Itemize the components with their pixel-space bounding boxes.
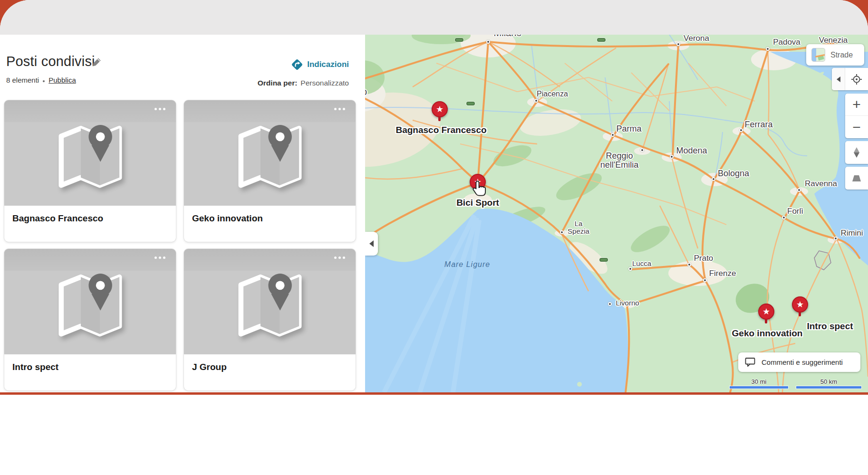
- meta-separator-dot: [43, 80, 45, 82]
- city-dot: [687, 263, 691, 266]
- place-card-title: J Group: [192, 362, 227, 372]
- map-icon: [52, 267, 128, 343]
- city-dot: [766, 47, 770, 51]
- sort-by-value[interactable]: Personalizzato: [300, 79, 349, 87]
- feedback-button[interactable]: Commenti e suggerimenti: [738, 352, 860, 372]
- sea-label: Mare Ligure: [444, 260, 490, 269]
- city-dot: [834, 237, 838, 240]
- marker-pin-icon[interactable]: ★: [792, 296, 808, 313]
- place-card-title: Bagnasco Francesco: [12, 213, 103, 224]
- city-name: Verona: [684, 35, 709, 43]
- star-icon: ★: [436, 105, 444, 114]
- controls-collapse-button[interactable]: [832, 68, 845, 90]
- road-badge: [599, 258, 608, 262]
- card-menu-button[interactable]: [334, 256, 345, 259]
- map-icon: [52, 118, 128, 194]
- place-card[interactable]: Intro spect: [4, 249, 176, 390]
- scale-km: 50 km: [796, 373, 861, 389]
- marker-pin-icon[interactable]: ★: [432, 101, 448, 117]
- city-dot: [712, 177, 715, 181]
- city-name: Torino: [365, 87, 367, 97]
- city-dot: [676, 42, 680, 46]
- city-name: Piacenza: [537, 90, 568, 98]
- directions-label: Indicazioni: [307, 60, 349, 69]
- card-menu-button[interactable]: [154, 108, 165, 110]
- compass-diamond-icon: [851, 146, 862, 159]
- marker-label: Bici Sport: [456, 198, 499, 208]
- scale-miles-bar: [730, 386, 788, 389]
- sort-by-label: Ordina per:: [258, 79, 298, 87]
- road-badge: [466, 102, 475, 105]
- place-card-thumbnail: [184, 249, 356, 354]
- collection-meta: 8 elementi Pubblica: [6, 76, 76, 84]
- city-dot: [739, 128, 743, 132]
- city-name: Livorno: [616, 299, 639, 307]
- card-menu-button[interactable]: [334, 108, 345, 110]
- road-badge: [597, 38, 606, 42]
- chevron-left-icon: [837, 76, 840, 82]
- place-card-thumbnail: [184, 100, 356, 206]
- city-name: Reggio nell'Emilia: [600, 152, 638, 170]
- my-location-button[interactable]: [845, 68, 868, 90]
- city-name: Lucca: [632, 260, 651, 267]
- city-name: Rimini: [840, 229, 863, 238]
- zoom-in-button[interactable]: +: [845, 94, 868, 116]
- directions-button[interactable]: Indicazioni: [291, 59, 349, 70]
- map-style-label: Strade: [830, 51, 853, 59]
- city-name: Firenze: [709, 269, 736, 278]
- publish-link[interactable]: Pubblica: [48, 76, 76, 84]
- crosshair-icon: [850, 73, 863, 86]
- page: Posti condivisi 8 elementi Pubblica: [0, 0, 868, 475]
- city-dot: [703, 278, 707, 282]
- city-name: La Spezia: [568, 220, 589, 235]
- scale-miles-label: 30 mi: [730, 378, 788, 385]
- feedback-label: Commenti e suggerimenti: [762, 358, 843, 366]
- place-card-title: Geko innovation: [192, 213, 263, 224]
- card-menu-button[interactable]: [154, 256, 165, 259]
- city-name: Ravenna: [805, 180, 837, 188]
- city-name: Milano: [494, 35, 522, 38]
- marker-pin-icon[interactable]: ★: [758, 304, 774, 320]
- city-dot: [534, 99, 538, 103]
- places-panel: Posti condivisi 8 elementi Pubblica: [0, 35, 365, 392]
- place-card-thumbnail: [4, 249, 176, 354]
- marker-label: Bagnasco Francesco: [395, 125, 486, 135]
- edit-title-icon[interactable]: [91, 57, 102, 67]
- map-icon: [232, 267, 308, 343]
- city-name: Forlì: [787, 207, 803, 216]
- scale-km-bar: [796, 386, 861, 389]
- place-card[interactable]: Bagnasco Francesco: [4, 100, 176, 242]
- zoom-out-button[interactable]: −: [845, 116, 868, 138]
- city-dot: [640, 148, 644, 152]
- city-dot: [782, 216, 786, 219]
- panel-collapse-button[interactable]: [365, 232, 378, 256]
- tilt-trapezoid-icon: [851, 173, 862, 183]
- star-icon: ★: [796, 300, 804, 309]
- place-card[interactable]: Geko innovation: [184, 100, 356, 242]
- map-style-button[interactable]: Strade: [806, 44, 864, 66]
- chevron-left-icon: [369, 240, 374, 247]
- directions-icon: [291, 59, 303, 70]
- zoom-control: + −: [845, 94, 868, 138]
- place-card-thumbnail: [4, 100, 176, 206]
- city-dot: [628, 267, 632, 271]
- map-style-thumbnail-icon: [812, 48, 825, 61]
- city-name: Bologna: [718, 169, 749, 178]
- place-card[interactable]: J Group: [184, 249, 356, 390]
- window-top-bar: [0, 0, 868, 35]
- star-icon: ★: [762, 307, 770, 316]
- city-dot: [797, 188, 801, 192]
- rotate-map-button[interactable]: [845, 141, 868, 164]
- place-cards-grid: Bagnasco Francesco: [4, 100, 356, 390]
- items-count: 8 elementi: [6, 76, 39, 84]
- marker-label: Intro spect: [807, 321, 853, 332]
- city-dot: [670, 155, 674, 159]
- panel-header: Posti condivisi 8 elementi Pubblica: [0, 35, 365, 100]
- marker-label: Geko innovation: [732, 328, 803, 339]
- city-name: Parma: [616, 124, 641, 133]
- scale-km-label: 50 km: [796, 378, 861, 385]
- tilt-view-button[interactable]: [845, 167, 868, 190]
- hand-cursor-icon: [472, 180, 486, 196]
- speech-bubble-icon: [745, 357, 756, 367]
- map-canvas[interactable]: Mare Ligure Milano Torino Piacenza Parma…: [365, 35, 868, 392]
